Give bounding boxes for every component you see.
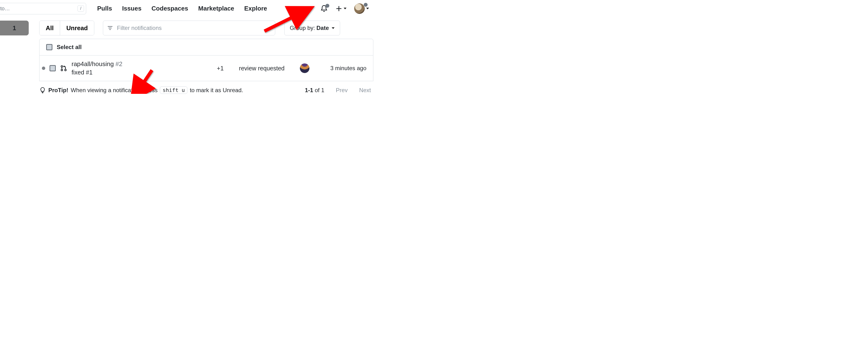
nav-codespaces[interactable]: Codespaces [152, 5, 188, 12]
protip-kbd: shift u [160, 86, 187, 94]
notification-ref: #2 [116, 60, 123, 67]
notifications-toolbar: 1 All Unread Group by: Date [0, 17, 373, 39]
notifications-button[interactable] [320, 5, 328, 12]
global-search-text: to… [0, 5, 78, 12]
pagination-next[interactable]: Next [359, 87, 371, 94]
notification-repo[interactable]: rap4all/housing [71, 60, 114, 67]
notifications-unread-dot [326, 4, 329, 8]
row-checkbox[interactable] [50, 65, 56, 71]
chevron-down-icon [344, 8, 346, 9]
avatar [354, 3, 365, 14]
unread-indicator [42, 67, 45, 70]
create-menu[interactable] [336, 5, 346, 12]
notification-extra-count: +1 [217, 65, 224, 72]
svg-point-3 [61, 69, 63, 71]
filter-icon [107, 25, 113, 31]
pull-request-icon [60, 65, 67, 72]
nav-pulls[interactable]: Pulls [97, 5, 112, 12]
search-slash-kbd: / [78, 5, 84, 12]
chevron-down-icon [332, 27, 335, 29]
svg-point-2 [61, 66, 63, 67]
lightbulb-icon [39, 87, 46, 94]
nav-explore[interactable]: Explore [244, 5, 267, 12]
global-search[interactable]: to… / [0, 3, 86, 14]
notification-title: rap4all/housing #2 fixed #1 [71, 60, 123, 76]
pagination-prev[interactable]: Prev [336, 87, 347, 94]
protip-label: ProTip! [48, 87, 68, 94]
group-by-value: Date [316, 25, 329, 31]
filter-unread-button[interactable]: Unread [60, 21, 94, 35]
inbox-count-pill[interactable]: 1 [0, 21, 29, 35]
plus-icon [336, 5, 342, 12]
user-menu[interactable] [354, 3, 369, 14]
user-status-dot [364, 3, 368, 7]
svg-point-4 [65, 69, 66, 71]
select-all-label: Select all [57, 44, 82, 51]
group-by-menu[interactable]: Group by: Date [284, 21, 340, 35]
notifications-list: Select all rap4all/housing #2 fixed #1 +… [39, 39, 373, 81]
notification-time: 3 minutes ago [314, 65, 366, 71]
nav-marketplace[interactable]: Marketplace [198, 5, 234, 12]
notification-subject: fixed #1 [71, 69, 93, 76]
select-all-checkbox[interactable] [46, 44, 53, 50]
global-nav-links: Pulls Issues Codespaces Marketplace Expl… [97, 5, 267, 12]
filter-input-wrap[interactable] [103, 21, 275, 35]
filter-input[interactable] [117, 24, 271, 32]
protip-text-1: When viewing a notification, press [71, 87, 158, 94]
global-header: to… / Pulls Issues Codespaces Marketplac… [0, 0, 373, 17]
list-header: Select all [39, 39, 373, 56]
nav-issues[interactable]: Issues [122, 5, 142, 12]
filter-segment: All Unread [39, 21, 94, 35]
actor-avatar[interactable] [300, 63, 309, 73]
pagination-range: 1-1 of 1 [305, 87, 324, 94]
notification-reason: review requested [239, 65, 284, 72]
chevron-down-icon [366, 8, 369, 9]
inbox-count: 1 [13, 24, 16, 32]
protip-text-2: to mark it as Unread. [190, 87, 243, 94]
group-by-label: Group by: [290, 25, 315, 31]
notification-row[interactable]: rap4all/housing #2 fixed #1 +1 review re… [39, 56, 373, 81]
list-footer: ProTip! When viewing a notification, pre… [39, 86, 373, 94]
filter-all-button[interactable]: All [39, 21, 60, 35]
